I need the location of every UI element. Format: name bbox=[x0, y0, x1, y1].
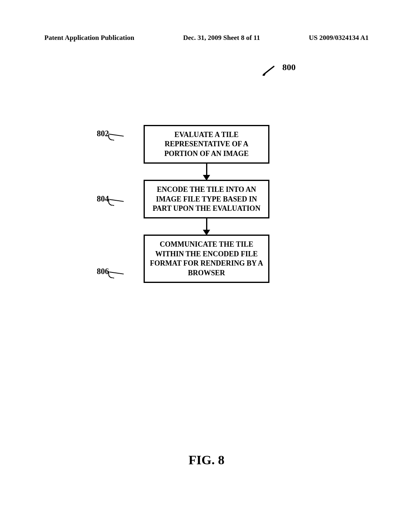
figure-reference-number: 800 bbox=[282, 62, 296, 73]
step-text: COMMUNICATE THE TILE WITHIN THE ENCODED … bbox=[150, 240, 263, 276]
header-left: Patent Application Publication bbox=[44, 34, 134, 42]
flowchart-step-806: COMMUNICATE THE TILE WITHIN THE ENCODED … bbox=[144, 235, 269, 283]
leader-hook bbox=[108, 271, 115, 278]
flow-arrow-icon bbox=[206, 164, 207, 180]
figure-caption: FIG. 8 bbox=[0, 453, 413, 468]
step-label-806: 806 bbox=[89, 267, 109, 276]
reference-arrow-icon bbox=[262, 64, 278, 76]
flow-arrow-icon bbox=[206, 218, 207, 235]
step-label-804: 804 bbox=[89, 194, 109, 204]
step-label-802: 802 bbox=[89, 129, 109, 138]
page-header: Patent Application Publication Dec. 31, … bbox=[44, 34, 369, 42]
header-right: US 2009/0324134 A1 bbox=[309, 34, 369, 42]
step-text: EVALUATE A TILE REPRESENTATIVE OF A PORT… bbox=[164, 131, 248, 158]
leader-hook bbox=[108, 133, 115, 141]
flowchart: 802 EVALUATE A TILE REPRESENTATIVE OF A … bbox=[0, 125, 413, 283]
flowchart-step-802: EVALUATE A TILE REPRESENTATIVE OF A PORT… bbox=[144, 125, 269, 164]
header-mid: Dec. 31, 2009 Sheet 8 of 11 bbox=[183, 34, 260, 42]
leader-hook bbox=[108, 199, 115, 206]
step-text: ENCODE THE TILE INTO AN IMAGE FILE TYPE … bbox=[152, 185, 260, 212]
flowchart-step-804: ENCODE THE TILE INTO AN IMAGE FILE TYPE … bbox=[144, 180, 269, 218]
